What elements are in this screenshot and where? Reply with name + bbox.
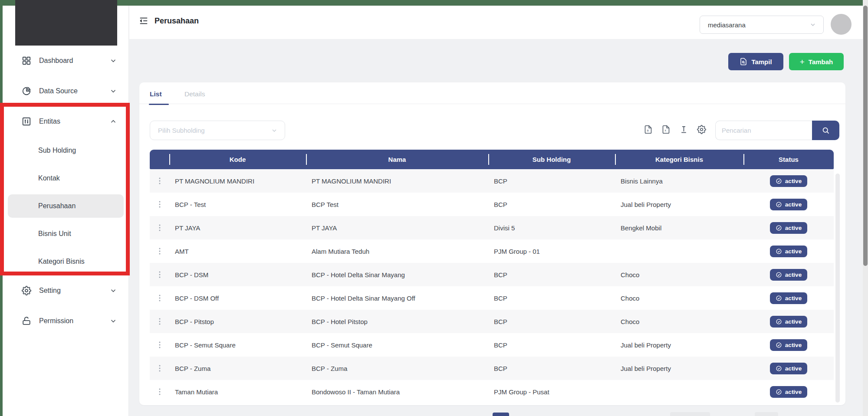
subholding-select[interactable]: Pilih Subholding (150, 121, 285, 140)
table-scrollbar[interactable] (835, 174, 840, 403)
chevron-down-icon (109, 317, 117, 325)
pagination-current-page[interactable] (493, 413, 509, 416)
row-menu-button[interactable] (150, 247, 169, 255)
check-circle-icon (776, 389, 782, 395)
check-circle-icon (776, 365, 782, 372)
excel-file-icon[interactable]: x (661, 125, 671, 134)
page-scrollbar-thumb[interactable] (863, 6, 868, 266)
row-menu-button[interactable] (150, 224, 169, 232)
search-input[interactable] (715, 121, 812, 140)
text-width-icon[interactable] (679, 125, 688, 134)
table-header-row: Kode Nama Sub Holding Kategori Bisnis St… (150, 150, 834, 169)
svg-text:x: x (664, 129, 666, 132)
sidebar-subitem-bisnis-unit[interactable]: Bisnis Unit (3, 220, 128, 248)
tenant-select-value: mediasarana (708, 21, 746, 29)
row-menu-button[interactable] (150, 341, 169, 349)
tampil-label: Tampil (751, 58, 772, 66)
cell-kode: BCP - DSM (169, 271, 306, 278)
cell-nama: PT MAGNOLIUM MANDIRI (306, 177, 488, 185)
sidebar-item-setting[interactable]: Setting (3, 275, 128, 306)
row-menu-button[interactable] (150, 294, 169, 302)
row-menu-button[interactable] (150, 364, 169, 372)
tab-details[interactable]: Details (184, 90, 205, 98)
tambah-label: Tambah (809, 58, 833, 66)
chevron-down-icon (109, 87, 117, 95)
table-row: BCP - Zuma BCP - Zuma BCP Jual beli Prop… (150, 357, 834, 380)
cell-kode: Taman Mutiara (169, 388, 306, 396)
column-header-kategori-bisnis: Kategori Bisnis (615, 150, 743, 169)
chevron-down-icon (109, 287, 117, 295)
cell-nama: PT JAYA (306, 224, 488, 232)
sidebar-item-label: Setting (39, 287, 109, 295)
cell-sub-holding: BCP (488, 177, 615, 185)
status-badge: active (770, 363, 807, 374)
page-title: Perusahaan (155, 16, 199, 26)
status-badge: active (770, 386, 807, 398)
pagination-page-size-select[interactable] (670, 412, 710, 416)
cell-kategori-bisnis: Bisnis Lainnya (615, 177, 743, 185)
sidebar-item-data-source[interactable]: Data Source (3, 76, 128, 106)
table-row: BCP - Semut Square BCP - Semut Square BC… (150, 333, 834, 357)
status-badge: active (770, 292, 807, 304)
cell-sub-holding: BCP (488, 318, 615, 325)
check-circle-icon (776, 178, 782, 184)
row-menu-button[interactable] (150, 271, 169, 278)
pdf-file-icon[interactable]: a (644, 125, 653, 134)
cell-sub-holding: BCP (488, 201, 615, 208)
sidebar-subitem-kontak[interactable]: Kontak (3, 164, 128, 192)
tenant-select[interactable]: mediasarana (700, 16, 824, 34)
row-menu-button[interactable] (150, 177, 169, 185)
cell-sub-holding: BCP (488, 295, 615, 302)
sidebar-item-entitas[interactable]: Entitas (3, 106, 128, 137)
status-badge-label: active (785, 178, 802, 184)
topbar: Perusahaan mediasarana (129, 6, 863, 39)
status-badge: active (770, 339, 807, 351)
sidebar-item-label: Permission (39, 317, 109, 325)
cell-sub-holding: PJM Group - Pusat (488, 388, 615, 396)
page-scrollbar-track[interactable] (863, 0, 868, 416)
search-group (715, 121, 839, 140)
status-badge: active (770, 175, 807, 187)
cell-sub-holding: PJM Group - 01 (488, 248, 615, 255)
pagination-control[interactable] (755, 412, 778, 416)
row-menu-button[interactable] (150, 200, 169, 208)
sidebar-subitem-kategori-bisnis[interactable]: Kategori Bisnis (3, 248, 128, 275)
chevron-down-icon (809, 21, 816, 28)
cell-nama: BCP - Zuma (306, 365, 488, 372)
cell-kode: BCP - Test (169, 201, 306, 208)
cell-kode: BCP - Zuma (169, 365, 306, 372)
content-card: List Details Pilih Subholding a x (139, 82, 845, 405)
sidebar-subitem-sub-holding[interactable]: Sub Holding (3, 137, 128, 164)
sidebar-nav: Dashboard Data Source Entitas Sub Holdin… (3, 46, 128, 336)
row-menu-button[interactable] (150, 318, 169, 325)
avatar[interactable] (831, 14, 852, 35)
sidebar-item-dashboard[interactable]: Dashboard (3, 46, 128, 76)
table-settings-gear-icon[interactable] (697, 125, 706, 134)
sidebar-item-permission[interactable]: Permission (3, 306, 128, 336)
cell-sub-holding: BCP (488, 341, 615, 349)
action-button-row: Tampil + Tambah (129, 53, 863, 70)
column-header-actions (150, 150, 169, 169)
chevron-up-icon (109, 118, 117, 125)
companies-table: Kode Nama Sub Holding Kategori Bisnis St… (150, 150, 834, 403)
check-circle-icon (776, 225, 782, 231)
cell-kode: BCP - Pitstop (169, 318, 306, 325)
status-badge-label: active (785, 201, 802, 208)
cell-nama: Alam Mutiara Teduh (306, 248, 488, 255)
tampil-button[interactable]: Tampil (728, 53, 783, 70)
cell-nama: BCP - Hotel Delta Sinar Mayang (306, 271, 488, 278)
sidebar-subitem-perusahaan[interactable]: Perusahaan (3, 192, 128, 220)
tab-list[interactable]: List (150, 90, 162, 98)
unlock-icon (22, 316, 31, 326)
cell-kode: BCP - Semut Square (169, 341, 306, 349)
file-search-icon (740, 58, 747, 66)
search-button[interactable] (812, 121, 839, 140)
cell-kategori-bisnis: Jual beli Property (615, 201, 743, 208)
sidebar-collapse-icon[interactable] (139, 16, 148, 26)
tambah-button[interactable]: + Tambah (789, 53, 844, 70)
export-toolbar: a x (644, 125, 706, 134)
cell-nama: BCP - Hotel Pitstop (306, 318, 488, 325)
tabs-bar: List Details (139, 82, 845, 104)
row-menu-button[interactable] (150, 388, 169, 396)
chevron-down-icon (271, 127, 278, 134)
